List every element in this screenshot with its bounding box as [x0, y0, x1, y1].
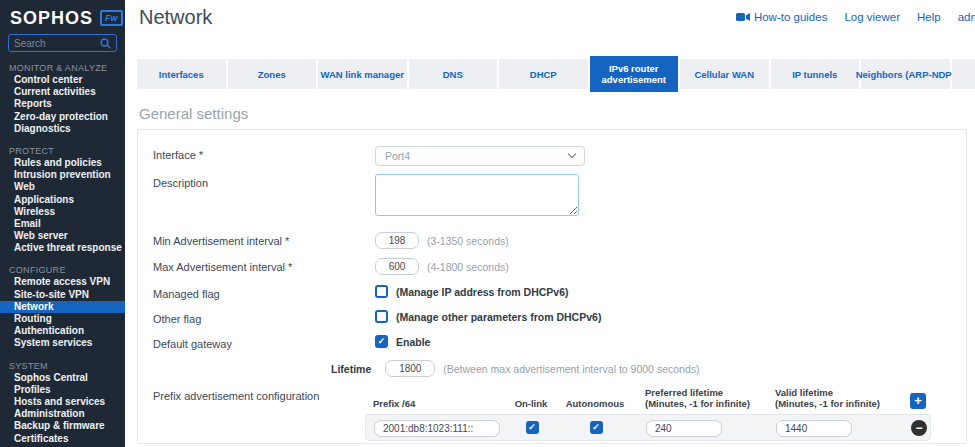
description-label: Description: [153, 174, 375, 189]
prefix-table-row: [365, 414, 931, 441]
interface-label: Interface *: [153, 146, 375, 161]
tab-zones[interactable]: Zones: [228, 59, 317, 89]
sidebar-item-applications[interactable]: Applications: [0, 194, 125, 206]
sidebar-item-hosts-and-services[interactable]: Hosts and services: [0, 396, 125, 408]
sidebar-item-zero-day-protection[interactable]: Zero-day protection: [0, 111, 125, 123]
sidebar-item-sophos-central[interactable]: Sophos Central: [0, 372, 125, 384]
chevron-down-icon: [568, 150, 576, 158]
top-bar: Network How-to guides Log viewer Help ad…: [125, 0, 975, 50]
sidebar-item-control-center[interactable]: Control center: [0, 74, 125, 86]
sidebar-item-rules-and-policies[interactable]: Rules and policies: [0, 157, 125, 169]
other-flag-row: Other flag (Manage other parameters from…: [153, 310, 966, 325]
interface-row: Interface * Port4: [153, 146, 966, 166]
sidebar-section-system: SYSTEM: [0, 360, 125, 372]
sidebar-section-configure: CONFIGURE: [0, 264, 125, 276]
sidebar-item-email[interactable]: Email: [0, 218, 125, 230]
min-interval-hint: (3-1350 seconds): [427, 235, 509, 247]
max-interval-label: Max Advertisement interval *: [153, 258, 375, 273]
tab-overflow[interactable]: [952, 59, 975, 89]
other-flag-caption: (Manage other parameters from DHCPv6): [396, 311, 601, 323]
description-textarea[interactable]: [375, 174, 579, 216]
lifetime-input[interactable]: [385, 360, 435, 377]
tab-ip-tunnels[interactable]: IP tunnels: [771, 59, 860, 89]
sidebar-item-profiles[interactable]: Profiles: [0, 384, 125, 396]
sidebar-section-monitor-analyze: MONITOR & ANALYZE: [0, 62, 125, 74]
max-interval-hint: (4-1800 seconds): [427, 261, 509, 273]
sidebar-section-protect: PROTECT: [0, 145, 125, 157]
preferred-lifetime-input[interactable]: [646, 420, 722, 437]
autonomous-checkbox[interactable]: [590, 421, 603, 434]
remove-prefix-button[interactable]: [911, 420, 927, 436]
add-prefix-button[interactable]: [910, 393, 926, 409]
admin-menu[interactable]: admin: [958, 11, 975, 23]
prefix-table: Prefix /64 On-link Autonomous Preferred …: [365, 387, 931, 441]
sidebar: SOPHOS Fw MONITOR & ANALYZE Control cent…: [0, 0, 125, 447]
sidebar-item-site-to-site-vpn[interactable]: Site-to-site VPN: [0, 289, 125, 301]
search-input[interactable]: [14, 38, 100, 49]
search-box[interactable]: [8, 34, 117, 52]
sidebar-item-administration[interactable]: Administration: [0, 408, 125, 420]
sidebar-item-routing[interactable]: Routing: [0, 313, 125, 325]
sidebar-item-web-server[interactable]: Web server: [0, 230, 125, 242]
tab-bar: Interfaces Zones WAN link manager DNS DH…: [137, 56, 975, 92]
managed-flag-label: Managed flag: [153, 285, 375, 300]
min-interval-row: Min Advertisement interval * (3-1350 sec…: [153, 232, 966, 249]
sidebar-item-diagnostics[interactable]: Diagnostics: [0, 123, 125, 135]
logo[interactable]: SOPHOS Fw: [0, 0, 125, 28]
min-interval-input[interactable]: [375, 232, 419, 249]
default-gateway-label: Default gateway: [153, 335, 375, 350]
description-row: Description: [153, 174, 966, 216]
sidebar-item-remote-access-vpn[interactable]: Remote access VPN: [0, 276, 125, 288]
column-preferred-lifetime: Preferred lifetime (Minutes, -1 for infi…: [633, 387, 763, 409]
log-viewer-link[interactable]: Log viewer: [844, 11, 900, 23]
sidebar-item-intrusion-prevention[interactable]: Intrusion prevention: [0, 169, 125, 181]
tab-dns[interactable]: DNS: [409, 59, 498, 89]
tab-neighbors-arp-ndp[interactable]: Neighbors (ARP-NDP): [861, 59, 950, 89]
firewall-badge: Fw: [100, 10, 123, 26]
how-to-guides-link[interactable]: How-to guides: [736, 11, 828, 23]
prefix-input[interactable]: [374, 420, 500, 437]
sidebar-item-reports[interactable]: Reports: [0, 98, 125, 110]
valid-lifetime-input[interactable]: [776, 420, 852, 437]
managed-flag-checkbox[interactable]: [375, 285, 388, 298]
sidebar-item-backup-firmware[interactable]: Backup & firmware: [0, 420, 125, 432]
sidebar-item-network[interactable]: Network: [0, 301, 125, 313]
managed-flag-row: Managed flag (Manage IP address from DHC…: [153, 285, 966, 300]
sidebar-item-current-activities[interactable]: Current activities: [0, 86, 125, 98]
column-prefix-64: Prefix /64: [365, 398, 505, 409]
max-interval-input[interactable]: [375, 258, 419, 275]
managed-flag-caption: (Manage IP address from DHCPv6): [396, 286, 569, 298]
other-flag-checkbox[interactable]: [375, 310, 388, 323]
video-camera-icon: [736, 12, 750, 22]
prefix-table-header: Prefix /64 On-link Autonomous Preferred …: [365, 387, 931, 409]
search-icon[interactable]: [100, 38, 111, 49]
column-on-link: On-link: [505, 398, 557, 409]
main-content: Network How-to guides Log viewer Help ad…: [125, 0, 975, 447]
lifetime-label: Lifetime: [331, 363, 371, 375]
sidebar-item-active-threat-response[interactable]: Active threat response: [0, 242, 125, 254]
general-settings-heading: General settings: [139, 105, 975, 122]
default-gateway-checkbox[interactable]: [375, 335, 388, 348]
on-link-checkbox[interactable]: [526, 421, 539, 434]
min-interval-label: Min Advertisement interval *: [153, 232, 375, 247]
tab-wan-link-manager[interactable]: WAN link manager: [318, 59, 407, 89]
prefix-config-label: Prefix advertisement configuration: [153, 387, 365, 402]
sidebar-item-system-services[interactable]: System services: [0, 337, 125, 349]
help-link[interactable]: Help: [917, 11, 941, 23]
tab-interfaces[interactable]: Interfaces: [137, 59, 226, 89]
app-window: SOPHOS Fw MONITOR & ANALYZE Control cent…: [0, 0, 975, 447]
tab-dhcp[interactable]: DHCP: [499, 59, 588, 89]
header-links: How-to guides Log viewer Help admin: [736, 11, 975, 23]
tab-cellular-wan[interactable]: Cellular WAN: [680, 59, 769, 89]
sidebar-item-wireless[interactable]: Wireless: [0, 206, 125, 218]
sidebar-item-certificates[interactable]: Certificates: [0, 433, 125, 445]
sidebar-item-authentication[interactable]: Authentication: [0, 325, 125, 337]
sidebar-item-web[interactable]: Web: [0, 181, 125, 193]
interface-select[interactable]: Port4: [375, 146, 585, 166]
tab-ipv6-router-advertisement[interactable]: IPv6 router advertisement: [590, 56, 679, 92]
column-autonomous: Autonomous: [557, 398, 633, 409]
column-valid-lifetime: Valid lifetime (Minutes, -1 for infinite…: [763, 387, 893, 409]
interface-select-value: Port4: [385, 150, 410, 162]
lifetime-row: Lifetime (Between max advertisement inte…: [153, 360, 966, 377]
default-gateway-caption: Enable: [396, 336, 430, 348]
